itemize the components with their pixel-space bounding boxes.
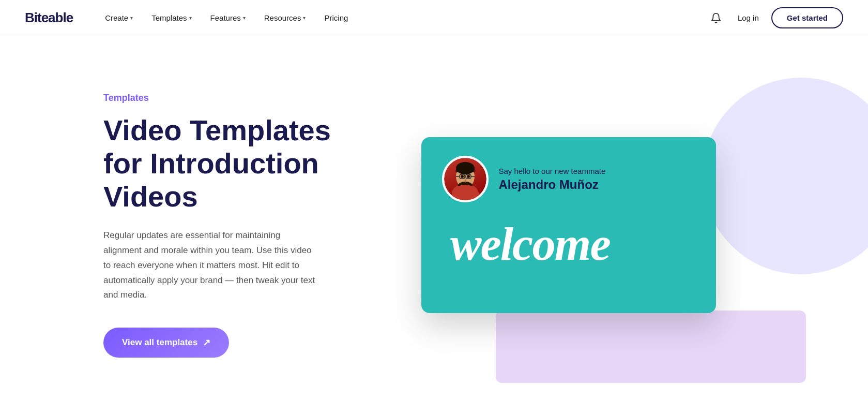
hero-description: Regular updates are essential for mainta… xyxy=(103,228,321,303)
nav-right: Log in Get started xyxy=(707,7,843,28)
card-header: Say hello to our new teammate Alejandro … xyxy=(442,156,695,202)
chevron-down-icon: ▾ xyxy=(243,15,246,21)
nav-templates[interactable]: Templates ▾ xyxy=(144,9,199,26)
login-button[interactable]: Log in xyxy=(738,13,759,22)
card-name: Alejandro Muñoz xyxy=(499,178,606,192)
navbar: Biteable Create ▾ Templates ▾ Features ▾… xyxy=(0,0,868,36)
avatar xyxy=(442,156,489,202)
video-template-card[interactable]: Say hello to our new teammate Alejandro … xyxy=(421,137,716,313)
notification-bell-icon[interactable] xyxy=(707,9,725,27)
cta-label: View all templates xyxy=(122,337,197,348)
card-content: Say hello to our new teammate Alejandro … xyxy=(421,137,716,313)
brand-logo[interactable]: Biteable xyxy=(25,10,73,26)
bg-rect-decoration xyxy=(496,310,806,383)
hero-visual: Say hello to our new teammate Alejandro … xyxy=(372,137,765,313)
chevron-down-icon: ▾ xyxy=(189,15,192,21)
hero-title: Video Templates for Introduction Videos xyxy=(103,114,372,214)
svg-text:welcome: welcome xyxy=(450,218,610,267)
svg-rect-3 xyxy=(456,167,475,172)
chevron-down-icon: ▾ xyxy=(303,15,306,21)
svg-point-5 xyxy=(461,175,464,178)
svg-point-0 xyxy=(452,184,479,200)
nav-resources[interactable]: Resources ▾ xyxy=(257,9,313,26)
svg-point-4 xyxy=(458,182,473,190)
nav-pricing[interactable]: Pricing xyxy=(317,9,355,26)
svg-point-6 xyxy=(467,175,470,178)
card-text: Say hello to our new teammate Alejandro … xyxy=(499,167,606,192)
nav-create[interactable]: Create ▾ xyxy=(98,9,140,26)
view-all-templates-button[interactable]: View all templates ↗ xyxy=(103,328,229,358)
card-subtitle: Say hello to our new teammate xyxy=(499,167,606,175)
avatar-image xyxy=(444,158,486,200)
chevron-down-icon: ▾ xyxy=(130,15,133,21)
nav-features[interactable]: Features ▾ xyxy=(203,9,253,26)
get-started-button[interactable]: Get started xyxy=(771,7,843,28)
welcome-text: welcome xyxy=(442,213,695,273)
hero-section: Templates Video Templates for Introducti… xyxy=(0,36,868,414)
hero-label: Templates xyxy=(103,93,372,103)
hero-content: Templates Video Templates for Introducti… xyxy=(103,93,372,358)
arrow-icon: ↗ xyxy=(203,337,210,348)
nav-links: Create ▾ Templates ▾ Features ▾ Resource… xyxy=(98,9,707,26)
